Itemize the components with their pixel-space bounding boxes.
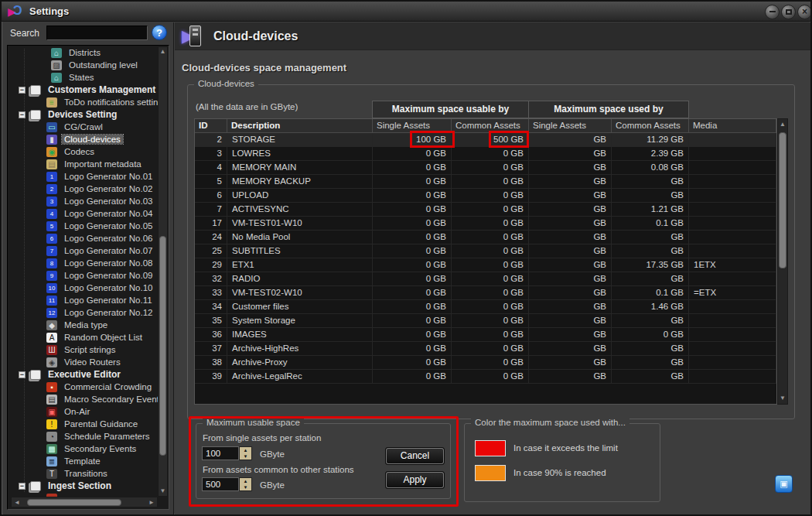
cell-description: VM-TEST01-W10 <box>227 217 373 230</box>
tree-item-codecs[interactable]: ◉Codecs <box>8 145 157 158</box>
table-row-vm-test02-w10[interactable]: 33VM-TEST02-W100 GB0 GBGB0.1 GB=ETX <box>195 286 776 300</box>
tree-item-logo-generator-no-11[interactable]: 11Logo Generator No.11 <box>8 294 157 306</box>
groupbox-label: Cloud-devices <box>194 79 258 88</box>
table-row-images[interactable]: 36IMAGES0 GB0 GBGB0 GB <box>195 328 776 342</box>
help-icon[interactable]: ? <box>152 25 167 40</box>
table-row-vm-test01-w10[interactable]: 17VM-TEST01-W100 GB0 GBGB0.1 GB <box>195 217 776 231</box>
cell-usable_common: 0 GB <box>452 175 529 188</box>
schedule-icon: ◔ <box>46 432 57 442</box>
table-row-no-media-pool[interactable]: 24No Media Pool0 GB0 GBGBGB <box>195 231 776 244</box>
tree-item-logo-generator-no-03[interactable]: 3Logo Generator No.03 <box>8 195 157 207</box>
tree-item-on-air[interactable]: ▣On-Air <box>8 405 157 418</box>
table-row-customer-files[interactable]: 34Customer files0 GB0 GBGB1.46 GB <box>195 300 776 314</box>
table-row-memory-backup[interactable]: 5MEMORY BACKUP0 GB0 GBGBGB <box>195 175 776 189</box>
tree-item-logo-generator-no-04[interactable]: 4Logo Generator No.04 <box>8 207 157 220</box>
tree-item-cloud-devices[interactable]: ▮Cloud-devices <box>8 133 157 145</box>
table-row-etx1[interactable]: 29ETX10 GB0 GBGB17.35 GB1ETX <box>195 258 776 272</box>
scroll-left-icon[interactable]: ◄ <box>13 499 21 507</box>
tree-item-logo-generator-no-12[interactable]: 12Logo Generator No.12 <box>8 306 157 319</box>
collapse-icon[interactable]: − <box>19 87 26 94</box>
table-vscroll-thumb[interactable] <box>779 132 786 268</box>
cell-description: Archive-LegalRec <box>227 370 373 383</box>
cell-used_common: 17.35 GB <box>612 258 689 272</box>
tree-item-states[interactable]: ⌂States <box>8 71 157 84</box>
tree-item-logo-generator-no-06[interactable]: 6Logo Generator No.06 <box>8 232 157 244</box>
collapse-icon[interactable]: − <box>19 483 26 490</box>
scroll-down-icon[interactable]: ▼ <box>778 395 787 402</box>
column-header-description[interactable]: Description <box>227 119 373 132</box>
tree-item-todo-notifications-settings[interactable]: ≡ToDo notifications settings <box>8 96 157 108</box>
ninety-percent-color-swatch[interactable] <box>475 465 506 481</box>
exceed-limit-color-swatch[interactable] <box>475 440 506 456</box>
table-row-subtitles[interactable]: 25SUBTITLES0 GB0 GBGBGB <box>195 244 776 258</box>
tree-item-customers-management-s[interactable]: −Customers Management S <box>8 84 157 96</box>
page-subtitle: Cloud-devices space management <box>182 62 346 73</box>
collapse-icon[interactable]: − <box>19 111 26 118</box>
table-row-archive-proxy[interactable]: 38Archive-Proxy0 GB0 GBGBGB <box>195 356 776 370</box>
tree-item-logo-generator-no-09[interactable]: 9Logo Generator No.09 <box>8 269 157 282</box>
tree-item-template[interactable]: ≣Template <box>8 455 157 467</box>
tree-item-label: Logo Generator No.06 <box>62 234 155 243</box>
column-header-media[interactable]: Media <box>689 119 776 132</box>
tree-item-logo-generator-no-02[interactable]: 2Logo Generator No.02 <box>8 183 157 195</box>
tree-horizontal-scrollbar[interactable]: ◄ ► <box>11 497 158 507</box>
table-row-upload[interactable]: 6UPLOAD0 GB0 GBGBGB <box>195 189 776 203</box>
cell-used_common: GB <box>612 356 689 369</box>
tree-item-schedule-parameters[interactable]: ◔Schedule Parameters <box>8 430 157 443</box>
cell-used_single: GB <box>529 328 612 341</box>
app-logo-icon: ▶Ɔ <box>8 5 25 19</box>
cell-usable_single: 0 GB <box>373 175 452 188</box>
logo-gen-icon: 7 <box>46 246 57 256</box>
tree-item-logo-generator-no-05[interactable]: 5Logo Generator No.05 <box>8 220 157 232</box>
tree-item-logo-generator-no-07[interactable]: 7Logo Generator No.07 <box>8 244 157 257</box>
tree-item-script-strings[interactable]: ШScript strings <box>8 343 157 356</box>
tree-item-logo-generator-no-10[interactable]: 10Logo Generator No.10 <box>8 282 157 294</box>
search-input[interactable] <box>46 26 148 40</box>
tree-item-macro-secondary-events[interactable]: ▤Macro Secondary Events <box>8 393 157 405</box>
maximize-button[interactable] <box>781 5 796 19</box>
tree-item-commercial-crowding[interactable]: ▪Commercial Crowding <box>8 381 157 393</box>
tree-item-media-type[interactable]: ◆Media type <box>8 319 157 331</box>
close-button[interactable]: × <box>797 5 812 19</box>
section-stack-icon <box>30 110 41 120</box>
app-badge-icon[interactable]: ▣ <box>775 475 793 493</box>
tree-item-random-object-list[interactable]: ARandom Object List <box>8 331 157 343</box>
tree-item-outstanding-level[interactable]: ▨Outstanding level <box>8 59 157 71</box>
table-row-activesync[interactable]: 7ACTIVESYNC0 GB0 GBGB1.21 GB <box>195 203 776 217</box>
column-header-single-assets-used[interactable]: Single Assets <box>529 119 612 132</box>
table-row-lowres[interactable]: 3LOWRES0 GB0 GBGB2.39 GB <box>195 147 776 161</box>
table-row-archive-legalrec[interactable]: 39Archive-LegalRec0 GB0 GBGBGB <box>195 370 776 384</box>
table-row-storage[interactable]: 2STORAGE100 GB500 GBGB11.29 GB <box>195 133 776 147</box>
table-body: 2STORAGE100 GB500 GBGB11.29 GB3LOWRES0 G… <box>195 133 776 384</box>
column-header-id[interactable]: ID <box>195 119 227 132</box>
tree-item-label: Transitions <box>62 469 110 478</box>
table-row-system-storage[interactable]: 35System Storage0 GB0 GBGBGB <box>195 314 776 328</box>
tree-item-video-routers[interactable]: ◈Video Routers <box>8 356 157 368</box>
tree-item-cg-crawl[interactable]: ▭CG/Crawl <box>8 121 157 133</box>
scroll-down-icon[interactable]: ▼ <box>159 487 167 495</box>
tree-vertical-scrollbar[interactable]: ▲ ▼ <box>158 46 168 497</box>
tree-item-devices-setting[interactable]: −Devices Setting <box>8 108 157 121</box>
tree-item-executive-editor[interactable]: −Executive Editor <box>8 368 157 381</box>
tree-hscroll-thumb[interactable] <box>27 499 121 506</box>
scroll-up-icon[interactable]: ▲ <box>778 121 787 128</box>
table-vertical-scrollbar[interactable]: ▲ ▼ <box>777 118 788 405</box>
tree-item-important-metadata[interactable]: ▤Important metadata <box>8 158 157 170</box>
tree-item-secondary-events[interactable]: ▩Secondary Events <box>8 443 157 455</box>
collapse-icon[interactable]: − <box>19 371 26 378</box>
scroll-up-icon[interactable]: ▲ <box>159 48 167 56</box>
tree-item-ingest-section[interactable]: −Ingest Section <box>8 480 157 492</box>
table-row-memory-main[interactable]: 4MEMORY MAIN0 GB0 GBGB0.08 GB <box>195 161 776 175</box>
tree-item-logo-generator-no-08[interactable]: 8Logo Generator No.08 <box>8 257 157 269</box>
table-row-archive-highres[interactable]: 37Archive-HighRes0 GB0 GBGBGB <box>195 342 776 356</box>
tree-item-logo-generator-no-01[interactable]: 1Logo Generator No.01 <box>8 170 157 183</box>
router-icon: ◈ <box>46 357 57 367</box>
tree-item-parental-guidance[interactable]: !Parental Guidance <box>8 418 157 430</box>
table-row-radio[interactable]: 32RADIO0 GB0 GBGBGB <box>195 272 776 286</box>
minimize-button[interactable] <box>765 5 780 19</box>
scroll-right-icon[interactable]: ► <box>148 499 155 507</box>
tree-item-districts[interactable]: ⌂Districts <box>8 46 157 59</box>
column-header-common-assets-used[interactable]: Common Assets <box>612 119 689 132</box>
tree-item-transitions[interactable]: TTransitions <box>8 467 157 480</box>
tree-vscroll-thumb[interactable] <box>159 236 166 456</box>
